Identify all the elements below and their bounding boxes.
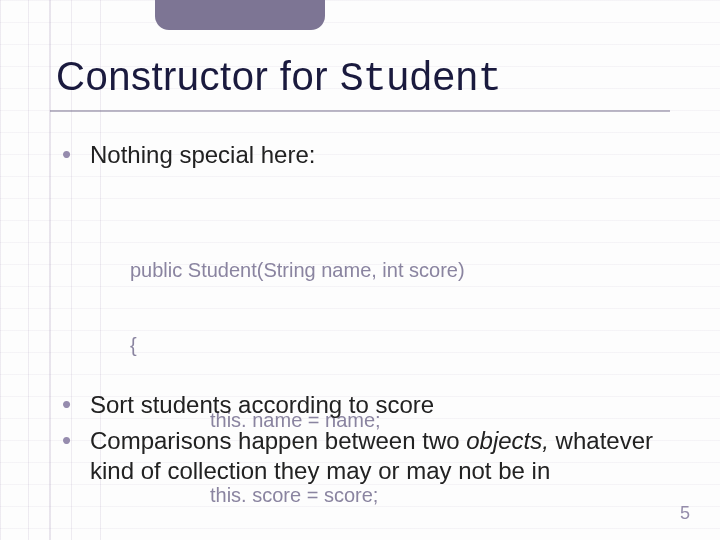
bullet-item: Sort students according to score [62,390,662,420]
slide-title: Constructor for Student [56,54,501,102]
slide-number: 5 [680,503,690,524]
title-text-plain: Constructor for [56,54,340,98]
code-line: public Student(String name, int score) [130,258,465,283]
bullet-text: Nothing special here: [90,141,315,168]
title-underline [50,110,670,112]
bullet-item: Comparisons happen between two objects, … [62,426,662,486]
title-text-code: Student [340,57,501,102]
code-line: { [130,333,465,358]
header-tab [155,0,325,30]
bullet-list-bottom: Sort students according to score Compari… [62,390,662,492]
bullet-item: Nothing special here: [62,140,662,170]
bullet-text-italic: objects, [466,427,549,454]
bullet-list-top: Nothing special here: [62,140,662,176]
slide: Constructor for Student Nothing special … [0,0,720,540]
bullet-text: Comparisons happen between two [90,427,466,454]
bullet-text: Sort students according to score [90,391,434,418]
